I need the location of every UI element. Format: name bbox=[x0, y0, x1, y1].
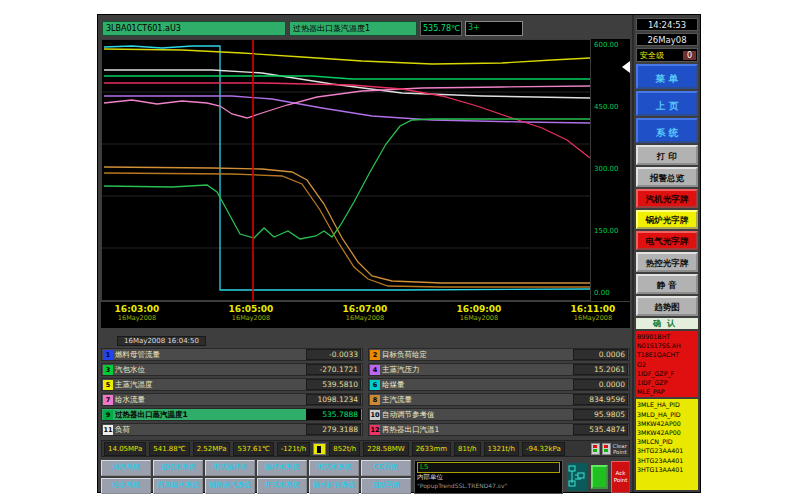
pen-tag-field[interactable]: 3LBA01CT601.aU3 bbox=[102, 21, 286, 36]
menu-button[interactable]: 菜 单 bbox=[636, 64, 698, 89]
pen6-value: 0.0000 bbox=[573, 379, 628, 390]
alarm-tag[interactable]: 3HTG23AA401 bbox=[637, 456, 697, 465]
pen11-color-chip: 11 bbox=[103, 425, 113, 435]
clear-point-button[interactable]: ClearPoint bbox=[613, 443, 627, 455]
flowchart-icon[interactable] bbox=[566, 462, 588, 492]
alarm-list-red[interactable]: B9901BHT N01S17SS.AH T18E1QACHT O2 1IDF_… bbox=[636, 331, 698, 397]
security-level: 安全级 0 bbox=[636, 48, 698, 62]
nav-btn-4[interactable]: 循环水系统 bbox=[257, 460, 307, 476]
legend-column-left: 1 燃料母管流量 -0.0033 3 汽包水位 -270.1721 5 主蒸汽温… bbox=[101, 348, 363, 436]
legend-row-pen1[interactable]: 1 燃料母管流量 -0.0033 bbox=[101, 348, 363, 361]
trend-main-area: 3LBA01CT601.aU3 过热器出口蒸汽温度1 535.78℃ 3+ 60… bbox=[98, 15, 632, 492]
alarm-indicator-box[interactable] bbox=[313, 443, 326, 455]
scale-tick: 450.00 bbox=[594, 103, 619, 111]
control-annunciator-button[interactable]: 热控光字牌 bbox=[636, 252, 698, 272]
legend-row-pen3[interactable]: 3 汽包水位 -270.1721 bbox=[101, 363, 363, 376]
pen5-value: 539.5810 bbox=[306, 379, 361, 390]
clear-point-group[interactable]: ClearPoint bbox=[591, 443, 627, 455]
command-console: L5 内部单位 "PopupTrendSSL.TREND47.sv" bbox=[414, 460, 563, 494]
clock-time: 14:24:53 bbox=[636, 18, 698, 31]
pen4-label: 主蒸汽压力 bbox=[382, 365, 573, 375]
nav-btn-8[interactable]: 高加疏水系统 bbox=[153, 478, 203, 494]
status-feedwater-flow: 852t/h bbox=[329, 442, 360, 456]
status-level-mm: 2633mm bbox=[412, 442, 451, 456]
alarm-tag[interactable]: 3MLD_HA_PID bbox=[637, 410, 697, 419]
green-square-button[interactable] bbox=[591, 465, 608, 489]
prev-page-button[interactable]: 上 页 bbox=[636, 91, 698, 116]
clock-date: 26May08 bbox=[636, 33, 698, 46]
point-indicator-panel-1 bbox=[591, 443, 600, 455]
nav-btn-1[interactable]: 抽汽系统 bbox=[101, 460, 151, 476]
ack-point-button[interactable]: AckPoint bbox=[611, 461, 630, 493]
pen-selector-dropdown[interactable]: 3+ bbox=[465, 21, 523, 36]
pen2-label: 目标负荷给定 bbox=[382, 350, 573, 360]
nav-btn-7[interactable]: 给水系统 bbox=[101, 478, 151, 494]
pen-name-field[interactable]: 过热器出口蒸汽温度1 bbox=[289, 21, 417, 36]
legend-row-pen6[interactable]: 6 给煤量 0.0000 bbox=[368, 378, 630, 391]
alarm-tag[interactable]: N01S17SS.AH bbox=[637, 341, 697, 350]
pen6-label: 给煤量 bbox=[382, 380, 573, 390]
alarm-tag[interactable]: 3HTG23AA401 bbox=[637, 446, 697, 455]
legend-row-pen8[interactable]: 8 主汽流量 834.9596 bbox=[368, 393, 630, 406]
nav-btn-12[interactable]: 启动画面 bbox=[361, 478, 411, 494]
trend-plot-area[interactable] bbox=[101, 39, 591, 301]
nav-btn-11[interactable]: 疏水扩容系统 bbox=[309, 478, 359, 494]
legend-row-pen2[interactable]: 2 目标负荷给定 0.0006 bbox=[368, 348, 630, 361]
alarm-tag[interactable]: T18E1QACHT bbox=[637, 350, 697, 359]
nav-btn-5[interactable]: 闭式水系统 bbox=[309, 460, 359, 476]
legend-row-pen9-selected[interactable]: 9 过热器出口蒸汽温度1 535.7888 bbox=[101, 408, 363, 421]
nav-btn-6[interactable]: CC画面 bbox=[361, 460, 411, 476]
alarm-tag[interactable]: 1IDF_GZP_F bbox=[637, 369, 697, 378]
legend-column-right: 2 目标负荷给定 0.0006 4 主蒸汽压力 15.2061 6 给煤量 0.… bbox=[368, 348, 630, 436]
scale-tick: 600.00 bbox=[594, 41, 619, 49]
nav-btn-3[interactable]: 闭式循环水 bbox=[205, 460, 255, 476]
status-main-steam-pressure: 14.05MPa bbox=[104, 442, 146, 456]
alarm-tag[interactable]: 3MKW42AP00 bbox=[637, 419, 697, 428]
alarm-summary-button[interactable]: 报警总览 bbox=[636, 167, 698, 187]
alarm-tag[interactable]: MLE_PAP bbox=[637, 387, 697, 396]
alarm-list-yellow[interactable]: 3MLE_HA_PID 3MLD_HA_PID 3MKW42AP00 3MKW4… bbox=[636, 399, 698, 490]
alarm-tag[interactable]: B9901BHT bbox=[637, 332, 697, 341]
command-status-line: 内部单位 bbox=[417, 473, 560, 482]
scale-tick: 150.00 bbox=[594, 227, 619, 235]
system-button[interactable]: 系 统 bbox=[636, 118, 698, 143]
alarm-tag[interactable]: 3MLE_HA_PID bbox=[637, 400, 697, 409]
alarm-tag[interactable]: 3HTG13AA401 bbox=[637, 465, 697, 474]
system-nav-grid: 抽汽系统 凝结水系统 闭式循环水 循环水系统 闭式水系统 CC画面 给水系统 高… bbox=[101, 460, 411, 494]
legend-row-pen5[interactable]: 5 主蒸汽温度 539.5810 bbox=[101, 378, 363, 391]
scale-marker-triangle[interactable] bbox=[622, 61, 630, 73]
print-button[interactable]: 打 印 bbox=[636, 145, 698, 165]
alarm-tag[interactable]: 3MLCN_PID bbox=[637, 437, 697, 446]
legend-row-pen4[interactable]: 4 主蒸汽压力 15.2061 bbox=[368, 363, 630, 376]
alarm-tag[interactable]: 3MKW42AP00 bbox=[637, 428, 697, 437]
pen10-color-chip: 10 bbox=[370, 410, 380, 420]
nav-btn-10[interactable]: 开式水系统 bbox=[257, 478, 307, 494]
status-value-9: 81t/h bbox=[454, 442, 480, 456]
turbine-annunciator-button[interactable]: 汽机光字牌 bbox=[636, 189, 698, 208]
time-axis-tick: 16:09:0016May2008 bbox=[457, 304, 502, 322]
pen2-value: 0.0006 bbox=[573, 349, 628, 360]
pen3-value: -270.1721 bbox=[306, 364, 361, 375]
status-value-5: -121t/h bbox=[277, 442, 310, 456]
alarm-tag[interactable]: 1IDF_GZP bbox=[637, 378, 697, 387]
trend-header: 3LBA01CT601.aU3 过热器出口蒸汽温度1 535.78℃ 3+ bbox=[102, 21, 632, 36]
legend-row-pen7[interactable]: 7 给水流量 1098.1234 bbox=[101, 393, 363, 406]
status-steam-flow: 1321t/h bbox=[484, 442, 519, 456]
trend-graph-button[interactable]: 趋势图 bbox=[636, 296, 698, 316]
nav-btn-2[interactable]: 凝结水系统 bbox=[153, 460, 203, 476]
pen1-value: -0.0033 bbox=[306, 349, 361, 360]
nav-btn-9[interactable]: 辅助蒸汽系统 bbox=[205, 478, 255, 494]
command-input[interactable]: L5 bbox=[417, 462, 560, 473]
status-unit-load: 228.58MW bbox=[363, 442, 408, 456]
legend-row-pen10[interactable]: 10 自动调节参考值 95.9805 bbox=[368, 408, 630, 421]
electrical-annunciator-button[interactable]: 电气光字牌 bbox=[636, 231, 698, 250]
alarm-tag[interactable]: O2 bbox=[637, 360, 697, 369]
mute-button[interactable]: 静 音 bbox=[636, 274, 698, 294]
legend-row-pen11[interactable]: 11 负荷 279.3188 bbox=[101, 423, 363, 436]
legend-row-pen12[interactable]: 12 再热器出口汽温1 535.4874 bbox=[368, 423, 630, 436]
trend-chart: 600.00450.00300.00150.000.00 bbox=[101, 39, 632, 301]
time-axis-tick: 16:11:0016May2008 bbox=[571, 304, 616, 322]
boiler-annunciator-button[interactable]: 锅炉光字牌 bbox=[636, 210, 698, 229]
pen12-color-chip: 12 bbox=[370, 425, 380, 435]
confirm-strip[interactable]: 确认 bbox=[636, 318, 698, 329]
